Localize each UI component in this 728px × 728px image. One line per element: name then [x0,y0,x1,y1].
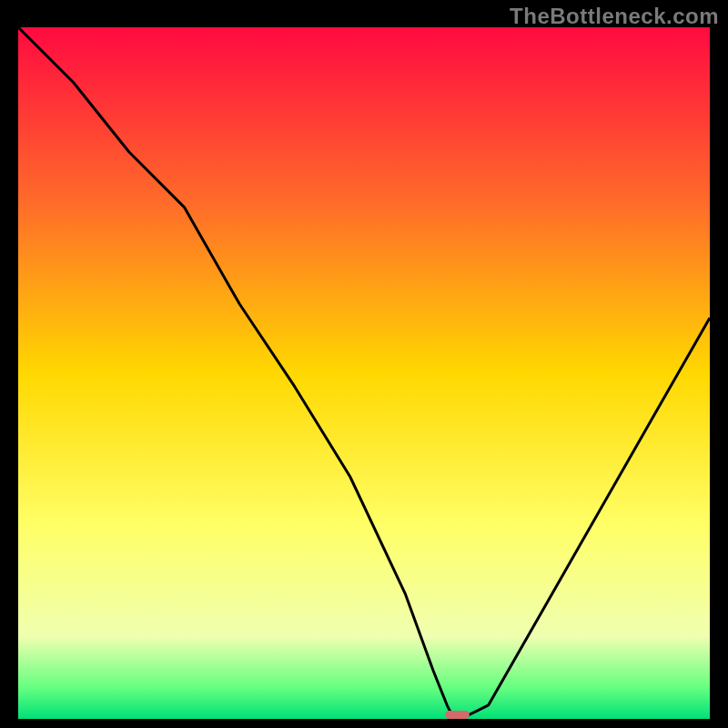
watermark-text: TheBottleneck.com [510,4,719,29]
optimal-marker [445,711,470,719]
gradient-background [18,27,710,719]
chart-svg [18,27,710,719]
chart-area [18,27,710,719]
chart-frame: TheBottleneck.com [0,0,728,728]
